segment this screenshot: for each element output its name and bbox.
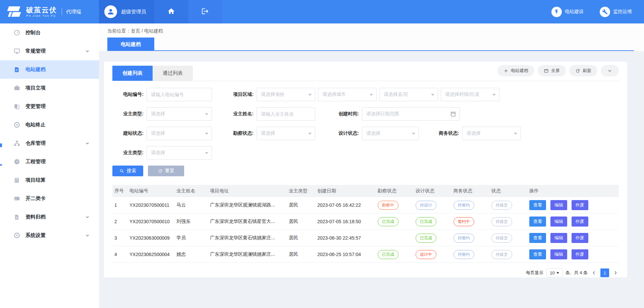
per-page-label: 每页显示	[526, 270, 543, 276]
sidebar-item-label: 仓库管理	[25, 140, 46, 146]
region-select-group: 请选择省份 请选择城市 请选择县/区 请选择村镇/街道	[257, 88, 499, 101]
header-right-nav: 电站建设 监控运维	[551, 0, 644, 23]
sidebar-item-open-card[interactable]: 开二类卡	[0, 189, 99, 208]
owner-type2-select[interactable]: 请选择	[147, 146, 212, 160]
status-badge: 待提交	[491, 250, 512, 259]
owner-name-label: 业主姓名:	[225, 111, 254, 117]
owner-type-select[interactable]: 请选择	[147, 107, 212, 121]
prev-page-button[interactable]	[591, 270, 597, 275]
status-badge: 待提交	[491, 234, 512, 243]
edit-button[interactable]: 编辑	[550, 249, 567, 259]
chevron-down-icon	[607, 68, 612, 73]
status-badge: 待提交	[491, 217, 512, 226]
station-code-input[interactable]	[147, 88, 212, 101]
edit-button[interactable]: 编辑	[550, 233, 567, 243]
status-badge: 设计中	[416, 250, 436, 259]
design-status-label: 设计状态:	[331, 130, 359, 136]
add-station-button[interactable]: 电站建档	[497, 65, 534, 76]
status-badge: 已完成	[416, 234, 436, 243]
view-button[interactable]: 查看	[529, 200, 546, 210]
void-button[interactable]: 作废	[572, 233, 588, 243]
search-button[interactable]: 搜索	[112, 166, 143, 176]
cell-owner: 学员	[174, 235, 208, 241]
brand-name: 破茧云伏	[26, 6, 57, 14]
sidebar-item-change-mgmt[interactable]: 变更管理	[0, 97, 99, 116]
void-button[interactable]: 作废	[572, 200, 588, 210]
collapse-toolbar-button[interactable]	[601, 65, 619, 76]
edit-button[interactable]: 编辑	[550, 217, 567, 227]
pagination: 每页显示 10 条, 共 4 条 1	[112, 268, 619, 277]
province-select[interactable]: 请选择省份	[257, 88, 315, 101]
gauge-icon	[13, 159, 20, 165]
view-button[interactable]: 查看	[529, 217, 546, 227]
panel-toolbar: 电站建档 全屏 刷新	[497, 65, 619, 76]
user-menu[interactable]: 超级管理员	[99, 0, 154, 23]
sidebar-item-engineering-mgmt[interactable]: 工程管理	[0, 152, 99, 171]
cell-no: 1	[112, 202, 127, 208]
refresh-button[interactable]: 刷新	[569, 65, 597, 76]
col-business: 商务状态	[451, 188, 489, 194]
dashboard-icon	[13, 29, 20, 36]
town-select[interactable]: 请选择村镇/街道	[441, 88, 499, 101]
sidebar-item-project-initiation[interactable]: 项目立项	[0, 79, 99, 97]
build-status-select[interactable]: 请选择	[147, 127, 212, 140]
monitor-icon	[13, 48, 20, 54]
reset-button[interactable]: 重置	[148, 166, 184, 176]
col-owner: 业主姓名	[174, 188, 208, 194]
page-tab-underline	[107, 50, 634, 51]
cell-owner: 姚忠	[174, 251, 208, 257]
logout-button[interactable]	[188, 0, 222, 23]
breadcrumb: 当前位置：首页 / 电站建档	[107, 28, 163, 34]
brand-logo-icon	[7, 6, 22, 18]
add-station-label: 电站建档	[511, 68, 528, 74]
city-select[interactable]: 请选择城市	[318, 88, 377, 101]
nav-station-build[interactable]: 电站建设	[551, 7, 584, 17]
app-root: 破茧云伏 Po Jian Yun Fu 代理端 超级管理员	[0, 0, 644, 308]
tab-create-list[interactable]: 创建列表	[112, 66, 153, 81]
county-select[interactable]: 请选择县/区	[379, 88, 438, 101]
home-button[interactable]	[154, 0, 188, 23]
col-no: 序号	[112, 188, 127, 194]
survey-status-select[interactable]: 请选择	[257, 127, 315, 140]
briefcase-icon	[13, 85, 20, 91]
owner-name-input[interactable]	[257, 107, 315, 121]
sidebar-item-station-archive[interactable]: 电站建档	[0, 60, 99, 79]
business-status-select[interactable]: 请选择	[462, 127, 521, 140]
view-button[interactable]: 查看	[529, 249, 546, 259]
archive-icon	[13, 214, 20, 220]
sidebar-item-label: 项目结算	[25, 177, 46, 183]
tab-passed-list[interactable]: 通过列表	[153, 66, 193, 81]
page-number-current[interactable]: 1	[600, 268, 609, 277]
col-actions: 操作	[527, 188, 619, 194]
cell-type: 居民	[287, 202, 315, 208]
sidebar-item-project-settlement[interactable]: 项目结算	[0, 171, 99, 189]
next-page-button[interactable]	[612, 270, 619, 275]
table-row: 4 YX2023062500004 姚忠 广东深圳龙华区观澜镇姚家庄... 居民…	[112, 246, 619, 263]
view-button[interactable]: 查看	[529, 233, 546, 243]
sidebar-item-warehouse-mgmt[interactable]: 仓库管理	[0, 134, 99, 152]
sidebar-item-console[interactable]: 控制台	[0, 23, 99, 42]
cell-address: 广东深圳龙华区观澜镇姚家庄...	[208, 251, 287, 257]
cell-created: 2023-06-30 22:45:57	[315, 235, 376, 241]
void-button[interactable]: 作废	[572, 249, 588, 259]
status-badge: 待签约	[453, 201, 474, 210]
page-size-select[interactable]: 10	[546, 268, 562, 277]
home-icon	[167, 7, 175, 16]
sidebar-item-data-archive[interactable]: 资料归档	[0, 208, 99, 226]
station-code-label: 电站编号:	[112, 91, 144, 98]
nav-monitor-ops[interactable]: 监控运维	[600, 7, 632, 17]
sidebar-item-system-settings[interactable]: 系统设置	[0, 226, 99, 245]
sidebar-item-label: 电站终止	[25, 122, 46, 128]
void-button[interactable]: 作废	[572, 217, 588, 227]
design-status-select[interactable]: 请选择	[362, 127, 419, 140]
fullscreen-button[interactable]: 全屏	[538, 65, 566, 76]
sidebar-item-general-mgmt[interactable]: 常规管理	[0, 42, 99, 60]
panel-tab-bar: 创建列表 通过列表 电站建档 全屏 刷新	[112, 62, 619, 81]
reset-icon	[158, 169, 163, 174]
status-badge: 已完成	[416, 217, 436, 226]
sidebar-item-station-termination[interactable]: 电站终止	[0, 116, 99, 134]
edit-button[interactable]: 编辑	[550, 200, 567, 210]
date-range-input[interactable]: 请选择日期范围	[362, 107, 460, 121]
page-tab-station-archive[interactable]: 电站建档	[107, 38, 154, 51]
owner-type2-label: 业主类型:	[112, 150, 144, 156]
